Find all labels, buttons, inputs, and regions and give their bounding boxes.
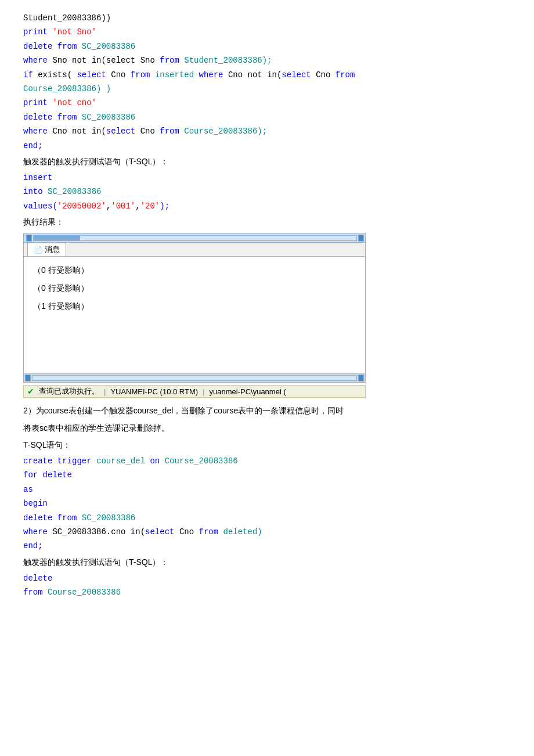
code-keyword: ); bbox=[160, 201, 169, 211]
status-server-text: YUANMEI-PC (10.0 RTM) bbox=[110, 387, 198, 396]
code-identifier: SC_20083386 bbox=[82, 42, 135, 51]
scroll-bottom-right[interactable] bbox=[358, 375, 364, 381]
code-insert-2: into SC_20083386 bbox=[23, 185, 511, 198]
result-content: （0 行受影响） （0 行受影响） （1 行受影响） bbox=[24, 257, 365, 373]
code-keyword: from bbox=[57, 513, 82, 523]
result-row-1: （0 行受影响） bbox=[33, 261, 356, 279]
code-keyword: print bbox=[23, 27, 52, 37]
code-identifier: inserted bbox=[155, 70, 199, 80]
trigger-test-label-2: 触发器的触发执行测试语句（T-SQL）： bbox=[23, 555, 511, 570]
messages-tab[interactable]: 📄 消息 bbox=[27, 243, 66, 256]
code-section-2: insert into SC_20083386 values('20050002… bbox=[23, 171, 511, 213]
code-identifier: SC_20083386 bbox=[82, 113, 135, 122]
code-trigger-5: delete from SC_20083386 bbox=[23, 512, 511, 524]
result-label-1: 执行结果： bbox=[23, 215, 511, 229]
code-text: Cno bbox=[316, 70, 335, 80]
code-keyword: begin bbox=[23, 499, 48, 508]
code-keyword: delete bbox=[23, 113, 57, 122]
code-text: Cno not in( bbox=[52, 127, 106, 136]
code-string: '20' bbox=[140, 201, 160, 211]
code-identifier: deleted) bbox=[223, 527, 262, 537]
status-separator-2: | bbox=[203, 387, 204, 396]
code-keyword: where bbox=[23, 127, 52, 136]
code-identifier: Student_20083386); bbox=[184, 56, 272, 65]
scroll-bottom-left[interactable] bbox=[25, 375, 31, 381]
code-keyword: end; bbox=[23, 141, 43, 150]
section2-desc1: 2）为course表创建一个触发器course_del，当删除了course表中… bbox=[23, 404, 511, 418]
code-insert-3: values('20050002','001','20'); bbox=[23, 200, 511, 213]
result-scrollbar-bottom[interactable] bbox=[24, 373, 365, 382]
code-string: '20050002' bbox=[57, 201, 106, 211]
code-keyword: from bbox=[160, 127, 184, 136]
code-text: exists( bbox=[38, 70, 77, 80]
section2-tsql-label: T-SQL语句： bbox=[23, 438, 511, 452]
code-line-10: end; bbox=[23, 139, 511, 152]
status-success-text: 查询已成功执行。 bbox=[39, 386, 99, 397]
code-identifier: course_del bbox=[96, 456, 150, 466]
code-line-2: print 'not Sno' bbox=[23, 26, 511, 38]
code-keyword: delete bbox=[23, 574, 52, 583]
scroll-right-arrow[interactable] bbox=[358, 235, 364, 242]
code-keyword: select bbox=[106, 127, 140, 136]
scroll-left-arrow[interactable] bbox=[26, 235, 32, 242]
code-keyword: where bbox=[23, 56, 52, 65]
code-line-4: where Sno not in(select Sno from Student… bbox=[23, 54, 511, 67]
code-keyword: select bbox=[282, 70, 316, 80]
code-keyword: where bbox=[23, 527, 52, 537]
code-keyword: where bbox=[199, 70, 228, 80]
code-keyword: from bbox=[57, 113, 82, 122]
code-keyword: trigger bbox=[57, 456, 96, 466]
code-keyword: into bbox=[23, 187, 48, 196]
code-text: SC_20083386.cno in( bbox=[52, 527, 145, 537]
code-keyword: from bbox=[160, 56, 184, 65]
scroll-track bbox=[33, 235, 357, 241]
code-line-8: delete from SC_20083386 bbox=[23, 111, 511, 124]
code-keyword: delete bbox=[23, 42, 57, 51]
status-user-text: yuanmei-PC\yuanmei ( bbox=[210, 387, 286, 396]
code-line-1: Student_20083386)) bbox=[23, 12, 511, 24]
code-identifier: Course_20083386); bbox=[184, 127, 267, 136]
code-insert-1: insert bbox=[23, 171, 511, 184]
code-text: , bbox=[135, 201, 140, 211]
code-keyword: from bbox=[23, 588, 48, 597]
code-trigger-2: for delete bbox=[23, 469, 511, 481]
result-row-3: （1 行受影响） bbox=[33, 297, 356, 315]
code-keyword: print bbox=[23, 98, 52, 107]
code-keyword: as bbox=[23, 485, 33, 494]
result-panel: 📄 消息 （0 行受影响） （0 行受影响） （1 行受影响） bbox=[23, 233, 366, 383]
code-keyword: from bbox=[335, 70, 355, 80]
code-trigger-7: end; bbox=[23, 539, 511, 552]
code-identifier: SC_20083386 bbox=[48, 187, 101, 196]
trigger-test-label-1: 触发器的触发执行测试语句（T-SQL）： bbox=[23, 154, 511, 169]
code-line-3: delete from SC_20083386 bbox=[23, 40, 511, 53]
code-keyword: from bbox=[199, 527, 223, 537]
code-keyword: select bbox=[77, 70, 111, 80]
code-trigger-3: as bbox=[23, 483, 511, 496]
code-text: Student_20083386)) bbox=[23, 13, 111, 23]
code-keyword: values( bbox=[23, 201, 57, 211]
scroll-thumb[interactable] bbox=[34, 236, 80, 240]
code-identifier: SC_20083386 bbox=[82, 513, 135, 523]
section2-desc2: 将表sc表中相应的学生选课记录删除掉。 bbox=[23, 421, 511, 435]
status-check-icon: ✔ bbox=[27, 387, 34, 396]
code-line-7: print 'not cno' bbox=[23, 96, 511, 109]
code-text: Sno not in(select Sno bbox=[52, 56, 160, 65]
code-line-9: where Cno not in(select Cno from Course_… bbox=[23, 125, 511, 138]
code-text: , bbox=[106, 201, 111, 211]
code-keyword: create bbox=[23, 456, 57, 466]
status-separator-1: | bbox=[104, 387, 106, 396]
code-keyword: from bbox=[57, 42, 82, 51]
code-keyword: delete bbox=[43, 470, 72, 480]
code-section-1: Student_20083386)) print 'not Sno' delet… bbox=[23, 12, 511, 152]
code-text: Cno bbox=[111, 70, 131, 80]
code-line-5: if exists( select Cno from inserted wher… bbox=[23, 69, 511, 81]
code-keyword: select bbox=[145, 527, 179, 537]
main-content: Student_20083386)) print 'not Sno' delet… bbox=[23, 12, 511, 599]
result-scrollbar-top[interactable] bbox=[24, 233, 365, 243]
code-delete-1: delete bbox=[23, 572, 511, 585]
code-keyword: on bbox=[150, 456, 164, 466]
code-keyword: from bbox=[131, 70, 155, 80]
code-string: 'not Sno' bbox=[52, 27, 96, 37]
status-bar: ✔ 查询已成功执行。 | YUANMEI-PC (10.0 RTM) | yua… bbox=[23, 385, 366, 398]
code-identifier: Course_20083386 bbox=[48, 588, 121, 597]
